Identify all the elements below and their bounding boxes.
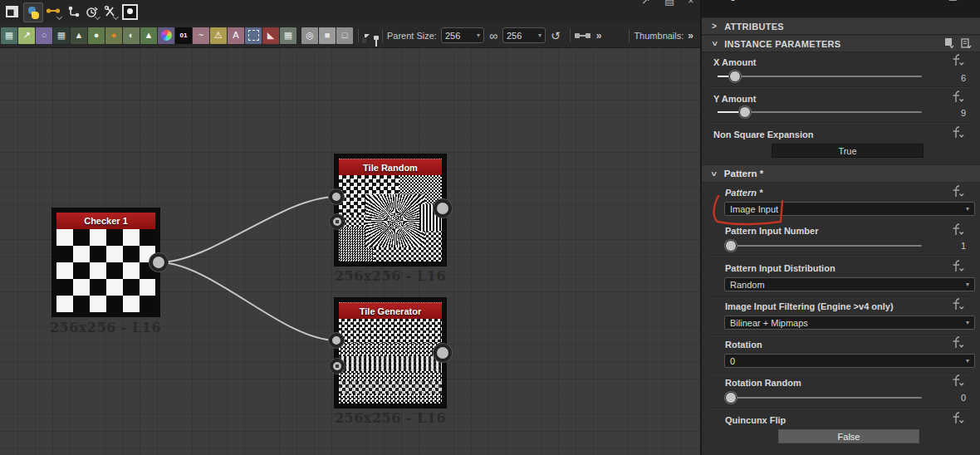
gradient-icon[interactable]: ◐ bbox=[123, 27, 140, 44]
page-icon[interactable]: ▤ bbox=[664, 0, 674, 7]
function-icon[interactable] bbox=[951, 184, 966, 199]
size-select[interactable]: 256 ▾ bbox=[502, 27, 546, 43]
properties-panel: tile_generatorPROPERTIES ↗▤× > ATTRIBUTE… bbox=[700, 0, 980, 455]
link-resolution-icon[interactable]: ∞ bbox=[489, 29, 497, 42]
spline-icon[interactable]: ~ bbox=[193, 27, 209, 44]
toolbar-separator bbox=[570, 29, 571, 42]
input-port-tile-generator-1[interactable] bbox=[329, 333, 344, 348]
frame-icon[interactable]: □ bbox=[336, 27, 353, 44]
image-input-filtering-dropdown[interactable]: Bilinear + Mipmaps ▾ bbox=[724, 316, 975, 330]
output-port-tile-random[interactable] bbox=[434, 199, 452, 218]
slider-handle[interactable] bbox=[729, 71, 741, 82]
rotation-dropdown[interactable]: 0 ▾ bbox=[724, 354, 975, 368]
output-port-checker[interactable] bbox=[149, 253, 168, 272]
close-icon[interactable]: × bbox=[963, 0, 973, 2]
rotation-random-value: 0 bbox=[961, 393, 966, 403]
function-icon[interactable] bbox=[951, 90, 966, 105]
cracks-icon[interactable]: ▦ bbox=[280, 27, 296, 44]
size-value: 256 bbox=[507, 31, 522, 41]
image-input-filtering-value: Bilinear + Mipmaps bbox=[730, 318, 808, 328]
function-icon[interactable] bbox=[951, 53, 966, 68]
preview-circle bbox=[122, 4, 138, 20]
edit-parameters-icon[interactable] bbox=[961, 38, 972, 49]
popout-icon[interactable]: ↗ bbox=[641, 0, 650, 7]
text-icon[interactable]: A bbox=[228, 27, 244, 44]
instance-parameters-header-label: INSTANCE PARAMETERS bbox=[724, 39, 840, 49]
function-icon[interactable] bbox=[951, 297, 966, 312]
preview-toggle-icon[interactable] bbox=[120, 2, 139, 21]
slider-handle[interactable] bbox=[725, 392, 737, 404]
transform-icon[interactable]: ↗ bbox=[18, 27, 35, 44]
tools-icon[interactable] bbox=[100, 2, 119, 21]
selection-icon[interactable] bbox=[245, 27, 262, 44]
function-icon[interactable] bbox=[951, 125, 966, 140]
scatter-icon[interactable]: ● bbox=[88, 27, 105, 44]
warning-icon[interactable]: ⚠ bbox=[210, 27, 227, 44]
node-title: Checker 1 bbox=[56, 213, 155, 229]
quincunx-flip-toggle[interactable]: False bbox=[778, 429, 919, 443]
node-checker[interactable]: Checker 1 bbox=[51, 208, 160, 317]
x-amount-slider[interactable] bbox=[718, 71, 922, 81]
parent-size-select[interactable]: 256 ▾ bbox=[441, 27, 484, 43]
function-icon[interactable] bbox=[951, 335, 966, 350]
node-tile-random[interactable]: Tile Random bbox=[334, 154, 447, 267]
pattern-dropdown[interactable]: Image Input ▾ bbox=[724, 202, 975, 216]
dot-node-icon[interactable]: ● bbox=[105, 27, 122, 44]
input-port-tile-random-1[interactable] bbox=[329, 189, 344, 204]
bitmap-01-icon[interactable]: 01 bbox=[175, 27, 192, 44]
rotation-random-slider[interactable] bbox=[724, 392, 922, 403]
shape-mapper-icon[interactable]: ◎ bbox=[301, 27, 318, 44]
chevron-down-icon: ▾ bbox=[966, 357, 969, 364]
grunge-map-icon[interactable]: ▦ bbox=[1, 27, 17, 44]
pattern-group-header[interactable]: > Pattern * bbox=[702, 164, 980, 183]
python-logo bbox=[27, 7, 40, 19]
link-nodes-icon[interactable] bbox=[44, 2, 62, 21]
thumbnails-chevron[interactable]: » bbox=[688, 30, 693, 42]
page-icon[interactable]: ▤ bbox=[948, 0, 963, 2]
y-amount-value: 9 bbox=[961, 108, 966, 118]
node-tile-generator[interactable]: Tile Generator bbox=[334, 297, 447, 409]
histogram-icon[interactable]: ▲ bbox=[140, 27, 157, 44]
connector-icon[interactable] bbox=[575, 28, 591, 43]
toolbar-separator bbox=[358, 29, 359, 42]
function-icon[interactable] bbox=[951, 223, 966, 237]
mosaic-icon[interactable]: ▦ bbox=[53, 27, 70, 44]
reset-size-icon[interactable]: ↺ bbox=[551, 29, 561, 42]
python-icon[interactable] bbox=[23, 2, 43, 22]
input-port-tile-generator-2[interactable] bbox=[330, 359, 345, 374]
pattern-input-distribution-dropdown[interactable]: Random ▾ bbox=[724, 277, 975, 291]
safe-transform-icon[interactable]: ○ bbox=[36, 27, 52, 44]
node-path-icon[interactable] bbox=[64, 2, 82, 21]
slider-handle[interactable] bbox=[725, 240, 737, 252]
preset-icon[interactable] bbox=[944, 38, 954, 49]
hsl-wheel-icon[interactable] bbox=[158, 27, 174, 44]
layout-icon[interactable] bbox=[2, 2, 21, 21]
overflow-chevron[interactable]: » bbox=[596, 30, 602, 42]
fill-bucket-icon[interactable]: ◣ bbox=[262, 27, 279, 44]
function-icon[interactable] bbox=[951, 411, 966, 426]
function-icon[interactable] bbox=[951, 259, 966, 274]
node-size-label: 256x256 - L16 bbox=[22, 320, 189, 335]
popout-icon[interactable]: ↗ bbox=[935, 0, 948, 2]
close-icon[interactable]: × bbox=[688, 0, 694, 7]
slider-handle[interactable] bbox=[739, 106, 751, 118]
history-icon[interactable] bbox=[82, 2, 100, 21]
toolbar-separator bbox=[629, 29, 630, 42]
attributes-header[interactable]: > ATTRIBUTES bbox=[702, 18, 980, 35]
node-title: Tile Random bbox=[339, 159, 442, 175]
toolbar-row-1: ↗ ▤ × bbox=[0, 0, 700, 23]
extrude-icon[interactable]: ▲ bbox=[71, 27, 87, 44]
y-amount-slider[interactable] bbox=[718, 106, 922, 117]
input-port-tile-random-2[interactable] bbox=[330, 214, 345, 229]
titlebar-icons[interactable]: ↗▤× bbox=[935, 0, 973, 2]
pattern-label: Pattern * bbox=[725, 188, 762, 198]
chevron-down-icon bbox=[113, 14, 119, 20]
function-icon[interactable] bbox=[951, 374, 966, 389]
instance-parameters-header[interactable]: > INSTANCE PARAMETERS bbox=[702, 36, 980, 52]
pattern-input-number-slider[interactable] bbox=[724, 240, 922, 251]
shape-icon[interactable]: ■ bbox=[319, 27, 336, 44]
node-graph-canvas[interactable]: Checker 1 256x256 - L16 Tile Random 256x… bbox=[0, 48, 700, 455]
toolbar-row-2: ▦↗○▦▲●●◐▲01~⚠A◣▦◎■□ Parent Size: 256 ▾ ∞… bbox=[0, 23, 700, 48]
output-port-tile-generator[interactable] bbox=[434, 344, 452, 362]
non-square-expansion-toggle[interactable]: True bbox=[772, 144, 924, 158]
